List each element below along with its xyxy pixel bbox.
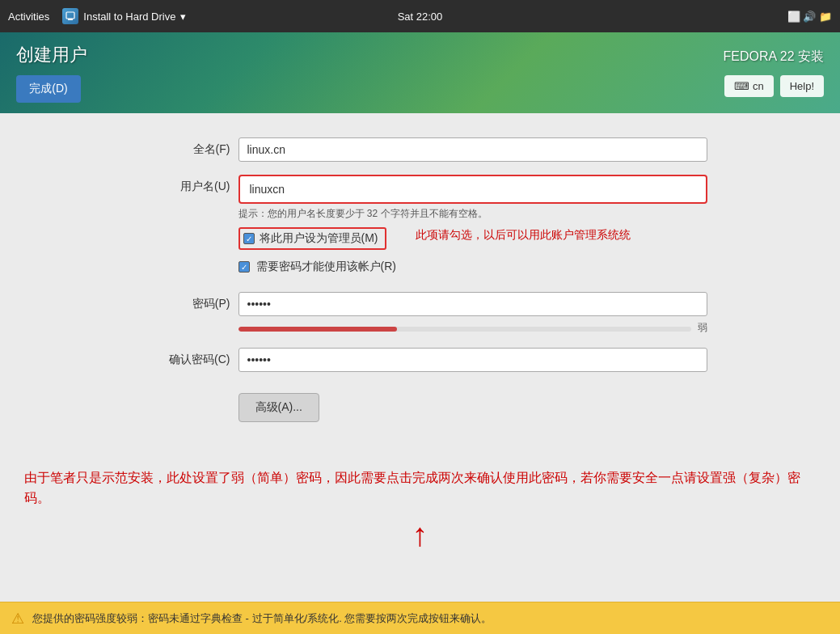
password-strength-fill [238, 327, 397, 332]
advanced-button[interactable]: 高级(A)... [238, 393, 319, 422]
advanced-button-area: 高级(A)... [133, 385, 707, 422]
svg-rect-0 [66, 12, 74, 19]
main-content: 全名(F) 用户名(U) 提示：您的用户名长度要少于 32 个字符并且不能有空格… [0, 113, 840, 602]
password-strength-bar [238, 327, 691, 332]
top-bar: Activities Install to Hard Drive ▾ Sat 2… [0, 0, 840, 32]
done-button[interactable]: 完成(D) [16, 75, 81, 103]
username-input-wrapper [238, 175, 707, 204]
keyboard-icon: ⌨ [734, 80, 749, 92]
strength-label: 弱 [698, 321, 707, 335]
status-message: 您提供的密码强度较弱：密码未通过字典检查 - 过于简单化/系统化. 您需要按两次… [32, 611, 492, 626]
require-password-checkbox[interactable] [238, 261, 250, 273]
header-right-inner: FEDORA 22 安装 ⌨ cn Help! [724, 49, 824, 97]
form-area: 全名(F) 用户名(U) 提示：您的用户名长度要少于 32 个字符并且不能有空格… [117, 137, 724, 422]
datetime-display: Sat 22:00 [398, 11, 443, 23]
password-control: 弱 [238, 292, 707, 335]
bottom-annotation-area: 由于笔者只是示范安装，此处设置了弱（简单）密码，因此需要点击完成两次来确认使用此… [24, 467, 816, 553]
admin-checkbox-row: 将此用户设为管理员(M) [238, 227, 386, 250]
password-input[interactable] [238, 292, 707, 316]
activities-button[interactable]: Activities [8, 11, 49, 23]
fedora-title: FEDORA 22 安装 [724, 49, 824, 66]
warning-icon: ⚠ [11, 610, 24, 628]
status-bar: ⚠ 您提供的密码强度较弱：密码未通过字典检查 - 过于简单化/系统化. 您需要按… [0, 602, 840, 634]
lang-label: cn [753, 80, 764, 92]
require-password-row: 需要密码才能使用该帐户(R) [238, 260, 707, 274]
full-name-row: 全名(F) [133, 137, 707, 162]
top-bar-left: Activities Install to Hard Drive ▾ [8, 8, 186, 24]
header: 创建用户 完成(D) FEDORA 22 安装 ⌨ cn Help! [0, 32, 840, 113]
admin-checkbox-text: 将此用户设为管理员(M) [260, 231, 378, 246]
full-name-control [238, 137, 707, 162]
username-label: 用户名(U) [133, 175, 230, 194]
system-tray: ⬜ 🔊 📁 [787, 11, 832, 23]
svg-rect-1 [68, 19, 73, 20]
bottom-annotation-text: 由于笔者只是示范安装，此处设置了弱（简单）密码，因此需要点击完成两次来确认使用此… [24, 467, 816, 509]
confirm-password-input[interactable] [238, 348, 707, 372]
install-to-hard-drive-button[interactable]: Install to Hard Drive ▾ [62, 8, 186, 24]
username-control: 提示：您的用户名长度要少于 32 个字符并且不能有空格。 将此用户设为管理员(M… [238, 175, 707, 279]
admin-annotation: 此项请勾选，以后可以用此账户管理系统统 [416, 227, 631, 243]
header-left: 创建用户 完成(D) [16, 43, 87, 103]
header-controls: ⌨ cn Help! [724, 75, 824, 97]
page-title: 创建用户 [16, 43, 87, 67]
top-bar-right: ⬜ 🔊 📁 [787, 11, 832, 23]
dropdown-arrow-icon: ▾ [180, 11, 186, 23]
full-name-input[interactable] [238, 137, 707, 162]
password-label: 密码(P) [133, 292, 230, 311]
confirm-password-row: 确认密码(C) [133, 348, 707, 372]
install-icon [62, 8, 78, 24]
confirm-password-control [238, 348, 707, 372]
username-row: 用户名(U) 提示：您的用户名长度要少于 32 个字符并且不能有空格。 将此用户… [133, 175, 707, 279]
full-name-label: 全名(F) [133, 137, 230, 157]
username-hint: 提示：您的用户名长度要少于 32 个字符并且不能有空格。 [238, 207, 707, 221]
install-label: Install to Hard Drive [83, 11, 175, 23]
help-button[interactable]: Help! [780, 75, 824, 97]
arrow-up-icon: ↑ [24, 517, 816, 553]
password-row: 密码(P) 弱 [133, 292, 707, 335]
require-password-label: 需要密码才能使用该帐户(R) [256, 260, 396, 274]
admin-checkbox-label[interactable]: 将此用户设为管理员(M) [238, 227, 386, 250]
admin-checkbox[interactable] [243, 233, 255, 244]
language-button[interactable]: ⌨ cn [724, 75, 774, 97]
username-input[interactable] [242, 178, 704, 201]
confirm-password-label: 确认密码(C) [133, 348, 230, 367]
